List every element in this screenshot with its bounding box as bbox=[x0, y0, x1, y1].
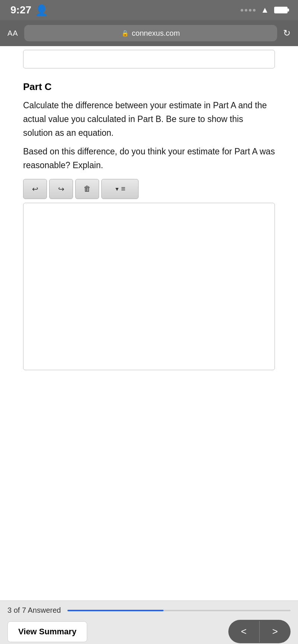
answer-input[interactable] bbox=[23, 203, 275, 370]
redo-button[interactable]: ↪ bbox=[49, 179, 73, 199]
content-area: Part C Calculate the difference between … bbox=[0, 46, 298, 600]
browser-aa: AA bbox=[7, 29, 18, 38]
person-icon: 👤 bbox=[35, 4, 48, 16]
status-time: 9:27 👤 bbox=[10, 4, 48, 16]
next-button[interactable]: > bbox=[260, 620, 291, 643]
part-c-label: Part C bbox=[23, 81, 275, 93]
wifi-icon: ▲ bbox=[261, 5, 269, 15]
signal-icon bbox=[241, 9, 256, 12]
browser-bar: AA 🔒 connexus.com ↻ bbox=[0, 20, 298, 46]
nav-buttons: < > bbox=[228, 620, 291, 643]
undo-button[interactable]: ↩ bbox=[23, 179, 47, 199]
status-bar: 9:27 👤 ▲ bbox=[0, 0, 298, 20]
battery-icon bbox=[274, 7, 288, 13]
progress-bar-container bbox=[67, 610, 291, 611]
question-section: Part C Calculate the difference between … bbox=[0, 81, 298, 372]
partial-input-box bbox=[23, 50, 275, 68]
view-summary-button[interactable]: View Summary bbox=[7, 621, 87, 642]
list-icon: ≡ bbox=[121, 185, 126, 193]
progress-bar-fill bbox=[67, 610, 163, 611]
progress-text: 3 of 7 Answered bbox=[7, 606, 61, 615]
trash-icon: 🗑 bbox=[83, 185, 91, 193]
editor-toolbar: ↩ ↪ 🗑 ▼ ≡ bbox=[23, 179, 275, 199]
undo-icon: ↩ bbox=[32, 185, 38, 193]
redo-icon: ↪ bbox=[58, 185, 64, 193]
browser-url-text: connexus.com bbox=[132, 29, 180, 38]
lock-icon: 🔒 bbox=[121, 30, 129, 37]
dropdown-arrow-icon: ▼ bbox=[114, 186, 120, 192]
bottom-bar: 3 of 7 Answered View Summary < > bbox=[0, 600, 298, 644]
top-partial-section bbox=[23, 46, 275, 74]
browser-url-bar[interactable]: 🔒 connexus.com bbox=[24, 25, 277, 41]
progress-row: 3 of 7 Answered bbox=[7, 606, 291, 615]
reload-icon[interactable]: ↻ bbox=[283, 28, 291, 38]
status-right: ▲ bbox=[241, 5, 288, 15]
question-text-1: Calculate the difference between your es… bbox=[23, 99, 275, 140]
question-text-2: Based on this difference, do you think y… bbox=[23, 145, 275, 172]
delete-button[interactable]: 🗑 bbox=[75, 179, 99, 199]
list-dropdown-button[interactable]: ▼ ≡ bbox=[101, 179, 139, 199]
prev-button[interactable]: < bbox=[228, 620, 259, 643]
bottom-actions: View Summary < > bbox=[7, 620, 291, 643]
